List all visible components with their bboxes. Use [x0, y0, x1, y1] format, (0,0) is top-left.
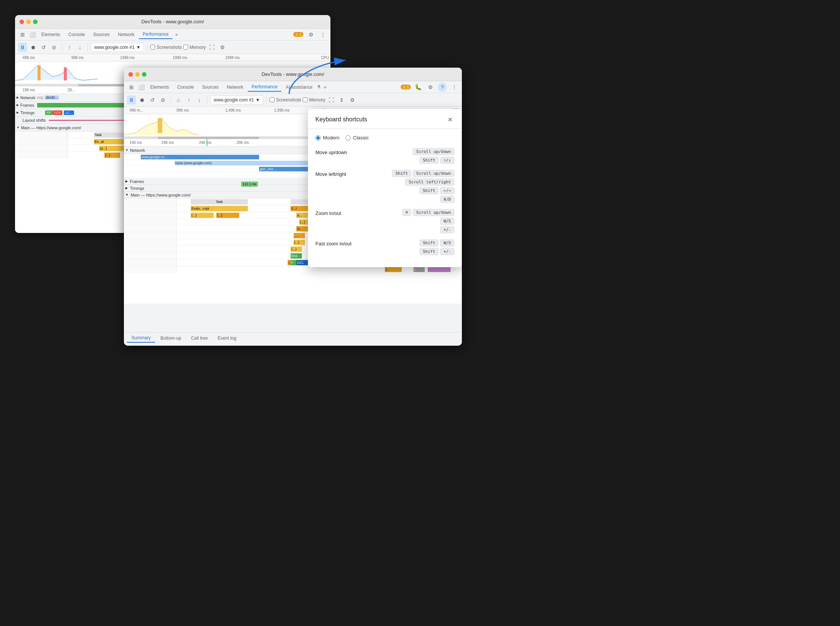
bg-settings-icon[interactable]: ⚙: [306, 30, 315, 39]
fg-menu-icon[interactable]: ⋮: [450, 83, 459, 92]
bg-download-icon[interactable]: ↓: [75, 43, 84, 52]
bg-upload-icon[interactable]: ↑: [65, 43, 74, 52]
bg-tab-more[interactable]: »: [173, 30, 180, 39]
fg-tab-network[interactable]: Network: [223, 83, 247, 91]
bg-record-icon[interactable]: ⏸: [18, 43, 27, 52]
kbd-classic-radio[interactable]: [345, 135, 351, 141]
kbd-action-fastzoom: Fast zoom in/out: [315, 239, 368, 246]
kbd-combo-shift-scroll: Shift Scroll up/down: [392, 170, 454, 177]
fg-tab-sources[interactable]: Sources: [198, 83, 222, 91]
fg-r6-1: (...): [294, 240, 305, 245]
fg-device-icon[interactable]: ⬜: [137, 83, 146, 92]
bg-settings2-icon[interactable]: ⚙: [218, 43, 227, 52]
kbd-close-button[interactable]: ✕: [445, 115, 454, 124]
bg-time-3: 1998 ms: [173, 56, 187, 60]
fg-bottom-tab-bottom-up[interactable]: Bottom-up: [156, 334, 186, 342]
fg-time-1-2: 1,496 ms: [225, 108, 241, 112]
bg-memory-check[interactable]: Memory: [183, 45, 206, 50]
bg-main-label: Main — https://www.google.com/: [21, 125, 81, 130]
fg-bottom-tab-event-log[interactable]: Event log: [213, 334, 241, 342]
fg-flame-r8-label: [124, 252, 176, 259]
bg-warning-badge: ⚠1: [293, 32, 303, 37]
bg-network-triangle: ▶: [17, 96, 19, 99]
bg-capture-icon[interactable]: ⛶: [207, 43, 216, 52]
fg-tab-ai[interactable]: AI assistance: [282, 83, 316, 91]
bg-url-select[interactable]: www.google.com #1 ▼: [91, 43, 144, 52]
fg-bottom-tab-call-tree[interactable]: Call tree: [187, 334, 212, 342]
fg-settings2-icon[interactable]: ⚙: [348, 95, 357, 105]
bg-tab-network[interactable]: Network: [114, 30, 138, 39]
kbd-modern-radio[interactable]: [315, 135, 321, 141]
bg-tab-sources[interactable]: Sources: [89, 30, 113, 39]
bg-memory-input[interactable]: [183, 45, 188, 50]
fg-maximize-button[interactable]: [142, 72, 147, 77]
fg-minimize-button[interactable]: [135, 72, 140, 77]
fg-clear-icon[interactable]: ⊘: [158, 95, 167, 105]
keyboard-shortcuts-dialog: Keyboard shortcuts ✕ Modern Classic Move…: [308, 109, 462, 267]
bg-time-2-0: 198 ms: [22, 88, 35, 92]
bg-clear-icon[interactable]: ⊘: [50, 43, 59, 52]
bg-close-button[interactable]: [20, 20, 24, 24]
bg-reload-icon[interactable]: ↺: [39, 43, 48, 52]
bg-inspect-icon[interactable]: ⊞: [18, 30, 27, 39]
fg-bottom-tab-summary[interactable]: Summary: [127, 334, 155, 343]
fg-memory-check[interactable]: Memory: [303, 97, 325, 103]
kbd-action-move-lr: Move left/right: [315, 170, 368, 177]
fg-settings-icon[interactable]: ⚙: [426, 83, 435, 92]
fg-memory-input[interactable]: [303, 97, 308, 102]
bg-timings-label: Timings: [20, 111, 34, 115]
kbd-classic-label[interactable]: Classic: [345, 135, 369, 141]
fg-tab-performance[interactable]: Performance: [248, 83, 281, 92]
fg-bug-icon[interactable]: 🐛: [414, 83, 423, 92]
bg-tab-performance[interactable]: Performance: [139, 30, 172, 39]
fg-download-icon[interactable]: ↓: [195, 95, 204, 105]
bg-minimize-button[interactable]: [26, 20, 31, 24]
kbd-ad: A/D: [440, 196, 454, 203]
kbd-radio-group: Modern Classic: [315, 135, 454, 141]
bg-screenshots-input[interactable]: [150, 45, 155, 50]
bg-screenshots-check[interactable]: Screenshots: [150, 45, 182, 50]
fg-tab-console[interactable]: Console: [173, 83, 198, 91]
bg-sep1: [62, 44, 62, 51]
fg-home-icon[interactable]: ⌂: [174, 95, 183, 105]
bg-menu-icon[interactable]: ⋮: [319, 30, 328, 39]
fg-main-triangle: ▼: [125, 193, 128, 197]
bg-traffic-lights: [20, 20, 37, 24]
fg-help-icon[interactable]: ?: [438, 83, 447, 92]
bg-layout-shifts-label: Layout shifts: [22, 118, 46, 122]
fg-record-new-icon[interactable]: ⏺: [137, 95, 147, 105]
bg-url-dropdown-icon: ▼: [136, 45, 141, 50]
fg-inspect-icon[interactable]: ⊞: [127, 83, 136, 92]
fg-url-select[interactable]: www.google.com #1 ▼: [210, 95, 263, 105]
bg-device-icon[interactable]: ⬜: [28, 30, 37, 39]
bg-tab-console[interactable]: Console: [65, 30, 89, 39]
kbd-scroll-lr: Scroll left/right: [405, 178, 454, 186]
kbd-modern-label[interactable]: Modern: [315, 135, 339, 141]
fg-time-2-2: 246 ms: [199, 141, 211, 145]
bg-record-new-icon[interactable]: ⏺: [28, 43, 37, 52]
kbd-combo-scroll-updown: Scroll up/down: [413, 148, 454, 155]
fg-main-label: Main — https://www.google.com/: [131, 193, 191, 197]
fg-upload-icon[interactable]: ↑: [184, 95, 194, 105]
kbd-updown-arrows: ↑/↓: [440, 156, 454, 164]
fg-tab-elements[interactable]: Elements: [147, 83, 173, 91]
fg-screenshots-check[interactable]: Screenshots: [270, 97, 301, 103]
fg-reload-icon[interactable]: ↺: [148, 95, 157, 105]
bg-tab-elements[interactable]: Elements: [37, 30, 64, 39]
fg-close-button[interactable]: [128, 72, 133, 77]
bg-maximize-button[interactable]: [33, 20, 37, 24]
kbd-combo-shift-arrows: Shift ↑/↓: [420, 156, 454, 164]
fg-r2-1: (...): [191, 213, 214, 218]
fg-tab-ai-icon: ⚗: [317, 85, 321, 89]
fg-record-icon[interactable]: ⏸: [127, 95, 136, 105]
fg-filter-icon[interactable]: ⇕: [337, 95, 346, 105]
fg-capture-icon[interactable]: ⛶: [327, 95, 336, 105]
fg-time-1-1: 996 ms: [176, 108, 189, 112]
fg-tab-more[interactable]: »: [322, 83, 329, 91]
bg-flame-label-2: [15, 145, 67, 152]
fg-screenshots-input[interactable]: [270, 97, 275, 102]
kbd-keys-zoom: ⌘ Scroll up/down W/S +/-: [368, 209, 454, 233]
bg-timings-triangle: ▶: [17, 111, 19, 114]
kbd-classic-text: Classic: [353, 135, 369, 141]
bg-tab-bar: ⊞ ⬜ Elements Console Sources Network Per…: [15, 28, 331, 41]
